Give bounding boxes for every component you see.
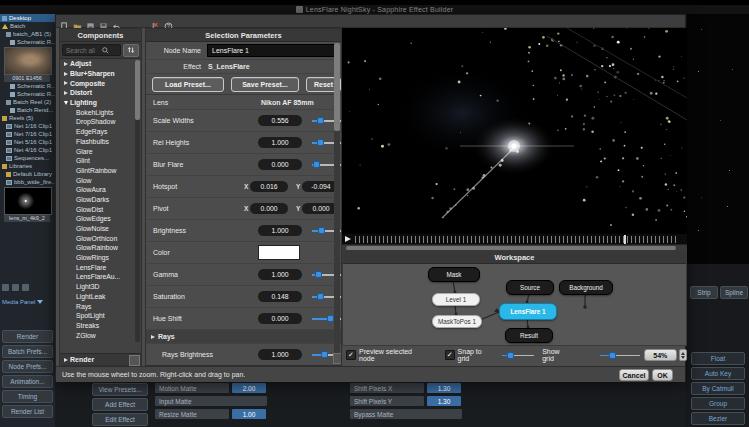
param-value[interactable]: 0.000	[258, 313, 302, 324]
save-preset-button[interactable]: Save Preset...	[231, 77, 299, 92]
component-item[interactable]: GlowDist	[60, 204, 141, 214]
zoom-stepper[interactable]	[679, 349, 687, 361]
tree-item[interactable]: Sequences...	[0, 154, 55, 162]
node-masktopos1[interactable]: MaskToPos 1	[432, 315, 482, 328]
node-level1[interactable]: Level 1	[432, 293, 480, 306]
load-preset-button[interactable]: Load Preset...	[152, 77, 224, 92]
left-panel-button[interactable]: Render	[2, 330, 53, 343]
component-item[interactable]: DropShadow	[60, 117, 141, 127]
preview-timeline[interactable]	[355, 236, 679, 243]
effect-button[interactable]: Add Effect	[92, 398, 148, 411]
node-source[interactable]: Source	[506, 280, 554, 295]
param-x-value[interactable]: 0.000	[250, 203, 288, 214]
play-button[interactable]	[345, 236, 351, 242]
right-panel-button[interactable]: Float	[691, 352, 745, 365]
component-item[interactable]: LensFlare	[60, 262, 141, 272]
component-item[interactable]: ZGlow	[60, 330, 141, 340]
sort-button[interactable]	[123, 44, 139, 57]
right-panel-button[interactable]: Group	[691, 397, 745, 410]
color-swatch[interactable]	[258, 245, 300, 260]
search-input-wrap[interactable]	[62, 44, 121, 56]
components-scrollbar[interactable]	[135, 60, 140, 342]
tree-item[interactable]: Schematic R...	[0, 82, 55, 90]
component-item[interactable]: Streaks	[60, 321, 141, 331]
component-item[interactable]: LightLeak	[60, 292, 141, 302]
list-icon[interactable]	[22, 284, 29, 291]
component-category-expanded[interactable]: Lighting	[60, 98, 141, 108]
component-category[interactable]: Adjust	[60, 59, 141, 69]
spline-button[interactable]: Spline	[720, 286, 748, 299]
left-panel-button[interactable]: Node Prefs...	[2, 360, 53, 373]
right-panel-button[interactable]: Bezier	[691, 412, 745, 425]
component-item[interactable]: GlowRainbow	[60, 243, 141, 253]
component-item[interactable]: GlintRainbow	[60, 166, 141, 176]
tree-item[interactable]: Reels (5)	[0, 114, 55, 122]
param-value[interactable]: 0.148	[258, 291, 302, 302]
tree-item[interactable]: batch_AB1 (5)	[0, 30, 55, 38]
scrollbar-thumb[interactable]	[135, 60, 140, 120]
slider-handle[interactable]	[318, 227, 325, 234]
slider-handle[interactable]	[317, 293, 324, 300]
component-item[interactable]: Glare	[60, 146, 141, 156]
tree-item[interactable]: Desktop	[0, 14, 55, 22]
component-item[interactable]: Glint	[60, 156, 141, 166]
open-folder-icon[interactable]	[73, 17, 82, 26]
component-category[interactable]: Distort	[60, 88, 141, 98]
left-panel-button[interactable]: Timing	[2, 390, 53, 403]
component-item[interactable]: Glow	[60, 175, 141, 185]
param-value[interactable]: 1.000	[258, 269, 302, 280]
component-item[interactable]: Flashbulbs	[60, 137, 141, 147]
matte-field-value[interactable]: 2.00	[232, 383, 266, 393]
clip-thumbnail[interactable]: lens_m_4k9_2	[4, 187, 50, 222]
component-category[interactable]: Blur+Sharpen	[60, 69, 141, 79]
preview-selected-checkbox[interactable]: ✓	[346, 350, 356, 360]
help-icon[interactable]: ?	[164, 17, 173, 26]
node-result[interactable]: Result	[505, 328, 553, 343]
tree-item[interactable]: Default Library	[0, 170, 55, 178]
undo-icon[interactable]	[112, 17, 121, 26]
parameters-scrollbar[interactable]	[334, 43, 340, 353]
scroll-down-button[interactable]	[129, 355, 140, 366]
right-panel-button[interactable]: Auto Key	[691, 367, 745, 380]
component-item[interactable]: Light3D	[60, 282, 141, 292]
save-as-icon[interactable]	[99, 17, 108, 26]
clip-thumbnail[interactable]: 0901 E1456	[4, 47, 50, 82]
component-item[interactable]: GlowAura	[60, 185, 141, 195]
save-icon[interactable]	[86, 17, 95, 26]
tree-item[interactable]: Batch Rend...	[0, 106, 55, 114]
gear-icon[interactable]	[12, 284, 19, 291]
param-value[interactable]: 0.000	[258, 159, 302, 170]
tree-item[interactable]: Net 7/16 Clip1	[0, 130, 55, 138]
component-item[interactable]: GlowRings	[60, 253, 141, 263]
tree-item[interactable]: Schematic R...	[0, 38, 55, 46]
media-panel-toggle[interactable]: Media Panel	[2, 297, 54, 307]
scroll-down-button[interactable]	[333, 353, 342, 364]
component-item[interactable]: GlowEdges	[60, 214, 141, 224]
strip-dropdown[interactable]: Strip	[690, 286, 718, 299]
tree-item[interactable]: Libraries	[0, 162, 55, 170]
workspace-zoom-slider[interactable]	[600, 352, 640, 359]
scrollbar-thumb[interactable]	[334, 43, 340, 131]
component-item[interactable]: SpotLight	[60, 311, 141, 321]
tree-item[interactable]: Net 5/16 Clip1	[0, 138, 55, 146]
right-panel-button[interactable]: By Catmull	[691, 382, 745, 395]
slider-handle[interactable]	[317, 139, 324, 146]
components-footer-category[interactable]: Render	[60, 353, 141, 365]
ok-button[interactable]: OK	[652, 369, 673, 381]
component-item[interactable]: BokehLights	[60, 107, 141, 117]
slider-handle[interactable]	[321, 351, 328, 358]
node-lensflare1[interactable]: LensFlare 1	[499, 303, 557, 320]
param-x-value[interactable]: 0.016	[250, 181, 288, 192]
matte-field-value[interactable]: 1.30	[427, 396, 461, 406]
snap-to-grid-checkbox[interactable]: ✓	[445, 350, 455, 360]
component-item[interactable]: GlowNoise	[60, 224, 141, 234]
left-panel-button[interactable]: Batch Prefs...	[2, 345, 53, 358]
node-name-input[interactable]	[207, 44, 335, 57]
effect-button[interactable]: View Presets...	[92, 383, 148, 396]
tree-item[interactable]: Schematic R...	[0, 90, 55, 98]
slider-handle[interactable]	[327, 315, 334, 322]
node-graph[interactable]: MaskSourceBackgroundLevel 1LensFlare 1Ma…	[343, 262, 686, 345]
component-item[interactable]: LensFlareAu...	[60, 272, 141, 282]
slider-handle[interactable]	[317, 117, 324, 124]
tree-item[interactable]: Batch	[0, 22, 55, 30]
